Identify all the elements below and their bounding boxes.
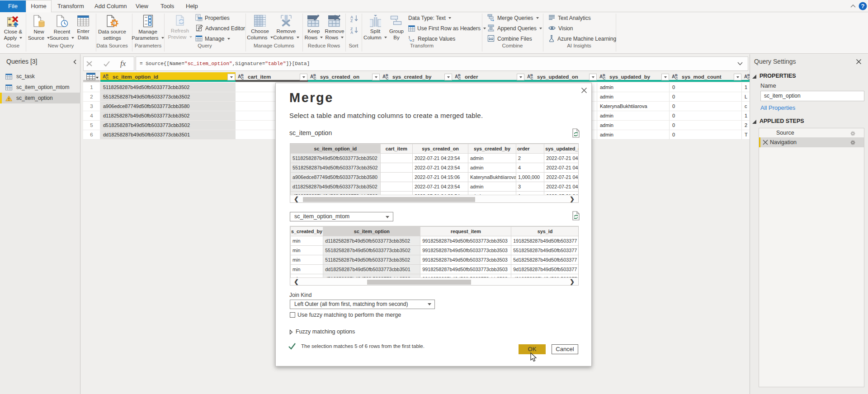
svg-text:Z: Z [350,19,353,22]
svg-text:1: 1 [408,35,410,39]
svg-text:?: ? [861,3,865,9]
svg-text:A: A [350,30,353,34]
svg-text:2: 2 [412,38,415,42]
